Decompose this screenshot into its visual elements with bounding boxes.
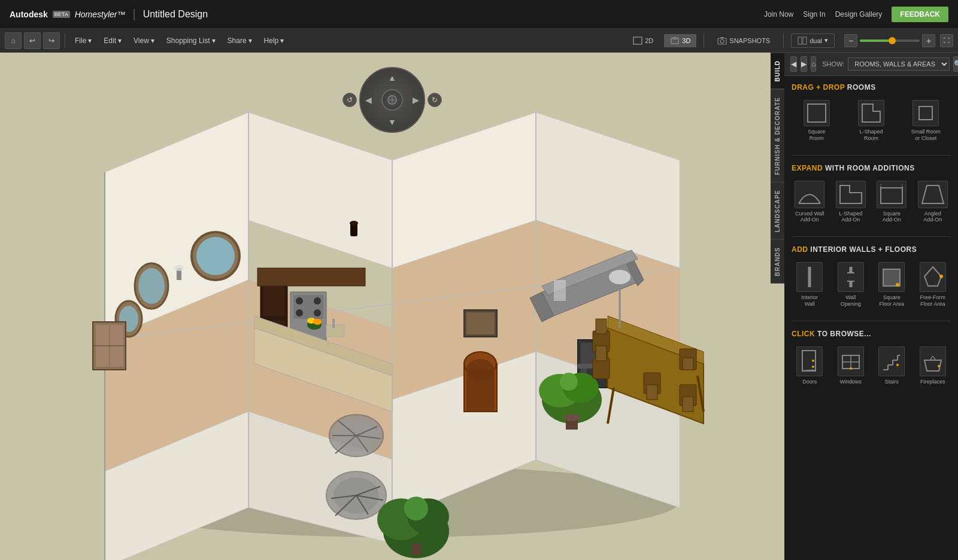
- panel-content: DRAG + DROP ROOMS SquareRoom: [784, 76, 958, 560]
- square-room-shape: [804, 100, 830, 126]
- expand-title: EXPAND WITH ROOM ADDITIONS: [792, 164, 951, 172]
- fireplaces-shape: [920, 346, 946, 376]
- svg-point-49: [314, 309, 321, 316]
- svg-point-136: [896, 283, 899, 287]
- edit-menu[interactable]: Edit▾: [99, 34, 126, 47]
- 3d-view-button[interactable]: 3D: [664, 34, 696, 47]
- nav-down-button[interactable]: ▼: [388, 117, 396, 127]
- panel-forward-button[interactable]: ▶: [801, 56, 807, 72]
- small-room-label: Small Roomor Closet: [911, 129, 941, 142]
- small-room-shape: [912, 100, 939, 126]
- view-menu[interactable]: View▾: [129, 34, 159, 47]
- square-room-icon: [805, 102, 828, 124]
- nav-right-button[interactable]: ▶: [413, 95, 419, 105]
- logo-area: Autodesk BETA Homestyler™: [10, 10, 125, 19]
- square-floor-icon: [881, 264, 902, 290]
- fireplaces-item[interactable]: Fireplaces: [915, 344, 951, 388]
- build-tab[interactable]: BUILD: [771, 53, 784, 89]
- l-shaped-addon-item[interactable]: L-ShapedAdd-On: [833, 178, 869, 226]
- svg-point-30: [138, 268, 165, 304]
- sign-in-link[interactable]: Sign In: [803, 10, 825, 19]
- nav-center-icon: [387, 95, 398, 105]
- section-divider-3: [792, 321, 951, 321]
- square-room-item[interactable]: SquareRoom: [792, 98, 841, 144]
- join-now-link[interactable]: Join Now: [764, 10, 793, 19]
- landscape-tab[interactable]: LANDSCAPE: [771, 182, 784, 239]
- top-bar: Autodesk BETA Homestyler™ | Untitled Des…: [0, 0, 958, 29]
- snapshots-button[interactable]: SNAPSHOTS: [711, 34, 776, 47]
- logo-text: Autodesk: [10, 10, 48, 19]
- browse-title: CLICK TO BROWSE...: [792, 330, 951, 338]
- square-floor-label: SquareFloor Area: [879, 294, 904, 308]
- windows-shape: [838, 346, 864, 376]
- doors-shape: [796, 346, 823, 376]
- home-button[interactable]: ⌂: [5, 32, 22, 49]
- freeform-floor-item[interactable]: Free-FormFloor Area: [915, 260, 951, 310]
- doors-icon: [799, 348, 820, 375]
- svg-rect-78: [466, 312, 495, 334]
- svg-point-145: [850, 367, 852, 370]
- furnish-decorate-tab[interactable]: FURNISH & DECORATE: [771, 89, 784, 182]
- windows-item[interactable]: Windows: [833, 344, 869, 388]
- zoom-in-button[interactable]: +: [922, 34, 935, 47]
- zoom-out-button[interactable]: −: [844, 34, 857, 47]
- freeform-floor-shape: [920, 262, 946, 292]
- zoom-bar: − +: [844, 34, 935, 47]
- small-room-item[interactable]: Small Roomor Closet: [901, 98, 951, 144]
- windows-label: Windows: [839, 379, 862, 385]
- angled-addon-item[interactable]: AngledAdd-On: [915, 178, 951, 226]
- help-menu[interactable]: Help▾: [259, 34, 289, 47]
- l-shaped-room-item[interactable]: L-ShapedRoom: [846, 98, 896, 144]
- svg-rect-52: [257, 268, 365, 286]
- design-gallery-link[interactable]: Design Gallery: [835, 10, 883, 19]
- show-dropdown[interactable]: ROOMS, WALLS & AREAS ALL WALLS ONLY: [848, 57, 950, 71]
- dual-view-button[interactable]: dual ▾: [791, 34, 835, 48]
- panel-home-button[interactable]: ⌂: [811, 56, 816, 72]
- 2d-view-button[interactable]: 2D: [627, 34, 659, 47]
- room-additions-grid: Curved WallAdd-On L-ShapedAdd-On: [792, 178, 951, 226]
- svg-point-4: [720, 39, 724, 43]
- nav-left-button[interactable]: ◀: [365, 95, 372, 105]
- shopping-list-menu[interactable]: Shopping List▾: [162, 34, 220, 47]
- doors-item[interactable]: Doors: [792, 344, 828, 388]
- undo-button[interactable]: ↩: [24, 32, 41, 49]
- square-addon-item[interactable]: SquareAdd-On: [874, 178, 910, 226]
- svg-marker-125: [840, 185, 862, 203]
- interior-wall-icon: [799, 264, 820, 290]
- document-title: Untitled Design: [143, 9, 208, 20]
- menu-separator-2: [704, 34, 704, 48]
- svg-rect-0: [633, 37, 642, 44]
- zoom-slider[interactable]: [860, 39, 920, 42]
- curved-wall-icon: [796, 183, 823, 206]
- svg-point-47: [314, 297, 321, 305]
- rotate-left-button[interactable]: ↺: [342, 93, 357, 107]
- svg-point-138: [939, 275, 943, 278]
- fireplaces-icon: [922, 348, 944, 375]
- redo-button[interactable]: ↪: [43, 32, 60, 49]
- wall-opening-item[interactable]: WallOpening: [833, 260, 869, 310]
- svg-point-116: [404, 497, 428, 521]
- share-menu[interactable]: Share▾: [223, 34, 257, 47]
- fullscreen-button[interactable]: ⛶: [940, 34, 953, 47]
- interior-wall-item[interactable]: InteriorWall: [792, 260, 828, 310]
- section-divider-2: [792, 236, 951, 237]
- rotate-right-button[interactable]: ↻: [428, 93, 442, 107]
- fireplaces-label: Fireplaces: [920, 379, 945, 385]
- panel-back-button[interactable]: ◀: [790, 56, 797, 72]
- angled-addon-shape: [918, 181, 948, 208]
- svg-rect-101: [683, 397, 693, 412]
- curved-wall-item[interactable]: Curved WallAdd-On: [792, 178, 828, 226]
- file-menu[interactable]: File▾: [70, 34, 96, 47]
- zoom-thumb[interactable]: [889, 37, 896, 44]
- nav-up-button[interactable]: ▲: [388, 73, 396, 83]
- svg-point-140: [812, 360, 814, 362]
- square-floor-item[interactable]: SquareFloor Area: [874, 260, 910, 310]
- svg-point-55: [313, 319, 322, 325]
- panel-search-button[interactable]: 🔍: [953, 56, 958, 72]
- feedback-button[interactable]: FEEDBACK: [892, 7, 948, 22]
- nav-center[interactable]: [381, 89, 403, 111]
- svg-point-109: [609, 270, 630, 284]
- stairs-item[interactable]: Stairs: [874, 344, 910, 388]
- canvas-area[interactable]: ▲ ▼ ◀ ▶ ↺ ↻: [0, 53, 784, 560]
- brands-tab[interactable]: BRANDS: [771, 239, 784, 284]
